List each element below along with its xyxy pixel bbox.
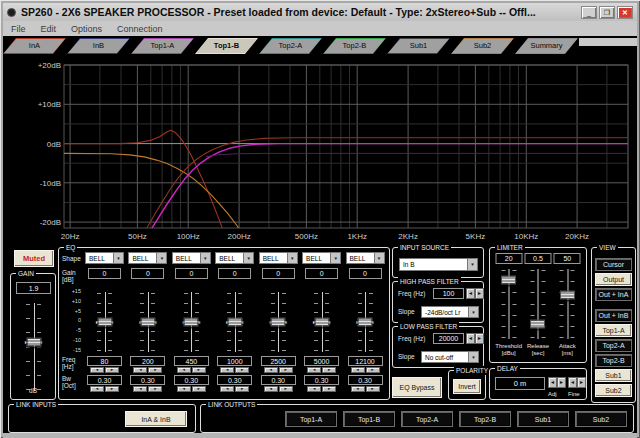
link-inputs-button[interactable]: InA & InB (125, 411, 187, 427)
link-output-button[interactable]: Top2-A (401, 411, 453, 427)
eq-shape-combo[interactable]: BELL ▼ (128, 252, 167, 264)
spin-right-icon[interactable]: ► (192, 386, 206, 392)
eq-freq-value[interactable]: 450 (174, 356, 209, 366)
lpf-freq-value[interactable]: 20000 (433, 333, 464, 344)
spin-right-icon[interactable]: ► (577, 377, 586, 388)
spin-left-icon[interactable]: ◄ (177, 386, 191, 392)
link-output-button[interactable]: Sub2 (575, 411, 627, 427)
link-output-button[interactable]: Top1-A (285, 411, 337, 427)
eq-slider-thumb[interactable] (358, 318, 373, 327)
spin-right-icon[interactable]: ► (475, 288, 484, 299)
spin-right-icon[interactable]: ► (366, 386, 380, 392)
maximize-icon[interactable]: ❐ (599, 6, 615, 19)
limiter-slider[interactable] (530, 268, 545, 340)
eq-freq-value[interactable]: 5000 (304, 356, 339, 366)
limiter-slider-thumb[interactable] (560, 291, 575, 300)
limiter-value[interactable]: 20 (495, 253, 522, 264)
view-toggle-button[interactable]: Cursor (595, 258, 632, 271)
channel-tab[interactable]: Top2-B (323, 38, 386, 54)
spin-right-icon[interactable]: ► (279, 386, 293, 392)
eq-bw-value[interactable]: 0.30 (130, 375, 165, 385)
limiter-slider-thumb[interactable] (530, 320, 545, 329)
menu-item[interactable]: Options (71, 24, 102, 34)
view-toggle-button[interactable]: Out + InA (595, 288, 632, 301)
eq-bw-value[interactable]: 0.30 (348, 375, 383, 385)
view-toggle-button[interactable]: Out + InB (595, 309, 632, 322)
spin-left-icon[interactable]: ◄ (264, 386, 278, 392)
spin-left-icon[interactable]: ◄ (220, 386, 234, 392)
eq-bw-value[interactable]: 0.30 (174, 375, 209, 385)
view-toggle-button[interactable]: Sub1 (595, 369, 632, 382)
chevron-down-icon[interactable]: ▼ (374, 253, 384, 263)
spin-right-icon[interactable]: ► (366, 367, 380, 373)
channel-tab[interactable]: Sub2 (451, 38, 514, 54)
eq-gain-slider[interactable]: ► ◄ (184, 291, 199, 353)
spin-right-icon[interactable]: ► (322, 367, 336, 373)
channel-tab[interactable]: Top1-B (195, 38, 258, 54)
spin-right-icon[interactable]: ► (192, 367, 206, 373)
eq-bw-value[interactable]: 0.30 (217, 375, 252, 385)
eq-gain-value[interactable]: 0 (131, 268, 164, 279)
spin-left-icon[interactable]: ◄ (177, 367, 191, 373)
chevron-down-icon[interactable]: ▼ (468, 352, 478, 362)
delay-value[interactable]: 0 m (495, 377, 545, 390)
eq-bw-value[interactable]: 0.30 (87, 375, 122, 385)
hpf-slope-combo[interactable]: -24dB/oct Lr ▼ (421, 306, 479, 318)
eq-freq-value[interactable]: 2500 (261, 356, 296, 366)
spin-left-icon[interactable]: ◄ (466, 288, 475, 299)
eq-slider-thumb[interactable] (184, 318, 199, 327)
close-icon[interactable]: ✕ (617, 6, 633, 19)
eq-shape-combo[interactable]: BELL ▼ (172, 252, 211, 264)
chevron-down-icon[interactable]: ▼ (468, 307, 478, 317)
chevron-down-icon[interactable]: ▼ (156, 253, 166, 263)
eq-shape-combo[interactable]: BELL ▼ (85, 252, 124, 264)
gain-value[interactable]: 1.9 (16, 282, 51, 294)
input-source-combo[interactable]: In B ▼ (399, 258, 478, 271)
eq-shape-combo[interactable]: BELL ▼ (259, 252, 298, 264)
link-output-button[interactable]: Sub1 (517, 411, 569, 427)
lpf-slope-combo[interactable]: No cut-off ▼ (421, 351, 479, 363)
link-output-button[interactable]: Top2-B (459, 411, 511, 427)
spin-left-icon[interactable]: ◄ (351, 386, 365, 392)
channel-tab[interactable]: Summary (515, 38, 578, 54)
limiter-slider-thumb[interactable] (501, 275, 516, 284)
polarity-invert-button[interactable]: Invert (453, 379, 481, 394)
eq-bypass-button[interactable]: EQ Bypass (392, 377, 442, 398)
eq-shape-combo[interactable]: BELL ▼ (346, 252, 385, 264)
spin-left-icon[interactable]: ◄ (548, 377, 557, 388)
spin-left-icon[interactable]: ◄ (133, 386, 147, 392)
spin-right-icon[interactable]: ► (475, 333, 484, 344)
spin-left-icon[interactable]: ◄ (568, 377, 577, 388)
menu-item[interactable]: Connection (117, 24, 163, 34)
chevron-down-icon[interactable]: ▼ (287, 253, 297, 263)
chevron-down-icon[interactable]: ▼ (330, 253, 340, 263)
eq-gain-value[interactable]: 0 (88, 268, 121, 279)
eq-gain-value[interactable]: 0 (175, 268, 208, 279)
channel-tab[interactable]: InB (67, 38, 130, 54)
view-toggle-button[interactable]: Output (595, 273, 632, 286)
eq-freq-value[interactable]: 200 (130, 356, 165, 366)
spin-right-icon[interactable]: ► (105, 367, 119, 373)
spin-right-icon[interactable]: ► (557, 377, 566, 388)
menu-item[interactable]: File (11, 24, 26, 34)
chevron-down-icon[interactable]: ▼ (243, 253, 253, 263)
spin-right-icon[interactable]: ► (235, 367, 249, 373)
view-toggle-button[interactable]: Top2-A (595, 339, 632, 352)
channel-tab[interactable]: Top2-A (259, 38, 322, 54)
spin-left-icon[interactable]: ◄ (466, 333, 475, 344)
eq-gain-slider[interactable]: ► ◄ (97, 291, 112, 353)
mute-button[interactable]: Muted (14, 250, 54, 267)
eq-gain-value[interactable]: 0 (349, 268, 382, 279)
eq-freq-value[interactable]: 1000 (217, 356, 252, 366)
eq-slider-thumb[interactable] (271, 318, 286, 327)
channel-tab[interactable]: InA (3, 38, 66, 54)
view-toggle-button[interactable]: Sub2 (595, 384, 632, 397)
spin-left-icon[interactable]: ◄ (351, 367, 365, 373)
eq-slider-thumb[interactable] (140, 318, 155, 327)
limiter-slider[interactable] (501, 268, 516, 340)
limiter-value[interactable]: 50 (554, 253, 581, 264)
eq-gain-value[interactable]: 0 (305, 268, 338, 279)
spin-left-icon[interactable]: ◄ (307, 367, 321, 373)
minimize-icon[interactable]: _ (581, 6, 597, 19)
eq-gain-slider[interactable]: ► ◄ (227, 291, 242, 353)
